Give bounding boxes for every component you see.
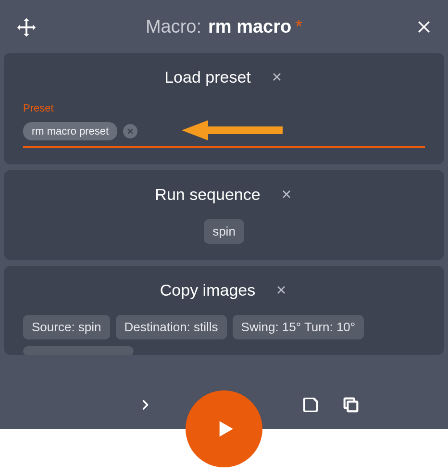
dialog-header: Macro: rm macro * [0,0,448,53]
svg-rect-13 [348,401,357,411]
step-card-run-sequence: Run sequence spin [4,170,444,260]
dialog-title: Macro: rm macro * [14,16,434,37]
preset-chip[interactable]: rm macro preset [23,122,117,140]
macro-name: rm macro [208,16,291,37]
macro-dialog: Macro: rm macro * Load preset Preset [0,0,448,429]
card-header: Run sequence [23,181,425,208]
step-card-load-preset: Load preset Preset rm macro preset [4,53,444,164]
param-tag-partial[interactable] [23,346,134,355]
title-prefix: Macro: [146,16,201,37]
step-card-copy-images: Copy images Source: spin Destination: st… [4,266,444,355]
svg-rect-12 [307,399,313,403]
save-button[interactable] [300,394,321,415]
svg-marker-14 [220,421,233,437]
remove-step-button[interactable] [280,188,293,201]
param-tag[interactable]: Source: spin [23,315,110,339]
param-tag[interactable]: Destination: stills [116,315,227,339]
clear-preset-button[interactable] [123,124,137,138]
sequence-tag-row: spin [23,219,425,244]
param-tag[interactable]: Swing: 15° Turn: 10° [233,315,364,339]
card-title: Copy images [160,281,255,300]
card-title: Run sequence [155,185,260,204]
move-icon[interactable] [14,15,38,39]
remove-step-button[interactable] [270,70,284,84]
remove-step-button[interactable] [274,283,288,297]
card-title: Load preset [164,68,251,87]
copy-params-row-2 [23,346,425,355]
card-header: Load preset [23,63,425,90]
modified-indicator: * [295,16,302,37]
close-dialog-button[interactable] [414,17,434,37]
svg-rect-11 [307,406,315,411]
macro-steps-list: Load preset Preset rm macro preset [0,53,448,355]
svg-marker-6 [182,120,283,140]
expand-button[interactable] [135,394,156,415]
sequence-tag[interactable]: spin [204,219,244,244]
copy-params-row: Source: spin Destination: stills Swing: … [23,315,425,339]
annotation-arrow-icon [182,118,283,142]
play-macro-button[interactable] [186,390,262,467]
preset-field-label: Preset [23,102,425,114]
preset-input[interactable]: rm macro preset [23,122,425,148]
copy-button[interactable] [340,394,361,415]
card-header: Copy images [23,276,425,303]
